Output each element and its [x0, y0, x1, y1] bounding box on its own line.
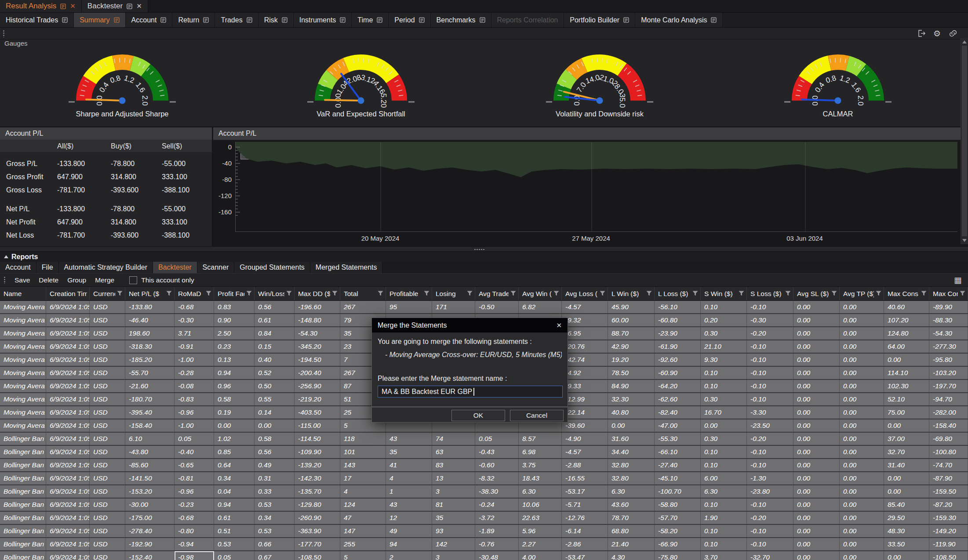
cell[interactable]: -6.95: [562, 327, 608, 340]
filter-icon[interactable]: [958, 290, 965, 298]
cell[interactable]: 0.19: [214, 406, 255, 419]
cell[interactable]: -114.50: [295, 433, 340, 445]
cell[interactable]: -148.80: [295, 314, 340, 326]
cell[interactable]: -100.70: [655, 485, 701, 498]
cell[interactable]: 0.00: [793, 393, 840, 405]
column-header-avg-sl-[interactable]: Avg SL ($): [793, 287, 840, 300]
cell[interactable]: 21.40: [608, 538, 655, 550]
cell[interactable]: 3.71: [175, 327, 214, 340]
cell[interactable]: -0.65: [175, 459, 214, 471]
cell[interactable]: -66.90: [655, 538, 701, 550]
cell[interactable]: 6.30: [608, 485, 655, 498]
cell[interactable]: 35: [432, 512, 475, 524]
cell[interactable]: 0.10: [701, 301, 747, 313]
cell[interactable]: -133.80: [125, 301, 175, 313]
column-header-avg-tp-[interactable]: Avg TP ($): [840, 287, 884, 300]
cell[interactable]: -0.30: [175, 314, 214, 326]
cell[interactable]: -92.60: [655, 354, 701, 366]
cell[interactable]: 0.05: [175, 433, 214, 445]
dialog-titlebar[interactable]: Merge the Statements ✕: [372, 318, 568, 332]
filter-icon[interactable]: [244, 290, 252, 298]
cell[interactable]: 0.00: [840, 380, 884, 392]
scroll-up-arrow[interactable]: [961, 39, 968, 45]
settings-gear-icon[interactable]: ⚙: [933, 29, 941, 38]
cell[interactable]: -0.10: [747, 380, 793, 392]
filter-icon[interactable]: [376, 290, 383, 298]
cell[interactable]: 0.14: [255, 406, 295, 419]
cell[interactable]: USD: [90, 551, 125, 560]
tab-portfolio-builder[interactable]: Portfolio Builder: [564, 13, 635, 27]
cell[interactable]: 0.00: [214, 419, 255, 432]
cell[interactable]: -260.90: [295, 512, 340, 524]
save-button[interactable]: Save: [15, 276, 30, 284]
cell[interactable]: -196.60: [295, 301, 340, 313]
cell[interactable]: -103.20: [929, 367, 968, 379]
cell[interactable]: 0.10: [701, 446, 747, 458]
cell[interactable]: 0.13: [214, 354, 255, 366]
cell[interactable]: -9.33: [562, 380, 608, 392]
cell[interactable]: 0.00: [840, 512, 884, 524]
cell[interactable]: -152.40: [125, 551, 175, 560]
cell[interactable]: 0.00: [840, 340, 884, 353]
cell[interactable]: -53.17: [562, 485, 608, 498]
cell[interactable]: -60.80: [655, 314, 701, 326]
cell[interactable]: -0.10: [747, 446, 793, 458]
table-row[interactable]: Bollinger Ban6/9/2024 1:05USD-152.40-0.9…: [0, 551, 968, 560]
filter-icon[interactable]: [644, 290, 652, 298]
cell[interactable]: 0.00: [793, 380, 840, 392]
cell[interactable]: 0.10: [701, 538, 747, 550]
cell[interactable]: -62.60: [655, 393, 701, 405]
cell[interactable]: 0.56: [255, 446, 295, 458]
tab-instruments[interactable]: Instruments: [294, 13, 352, 27]
cell[interactable]: 0.05: [214, 551, 255, 560]
table-row[interactable]: Bollinger Ban6/9/2024 1:05USD-153.20-0.9…: [0, 485, 968, 499]
scroll-down-arrow[interactable]: [961, 237, 968, 244]
cell[interactable]: -0.91: [175, 340, 214, 353]
cell[interactable]: -0.80: [175, 525, 214, 537]
table-row[interactable]: Bollinger Ban6/9/2024 1:05USD-85.60-0.65…: [0, 459, 968, 472]
cell[interactable]: 0.15: [255, 340, 295, 353]
cell[interactable]: -159.30: [929, 512, 968, 524]
tab-period[interactable]: Period: [389, 13, 430, 27]
cell[interactable]: -57.70: [655, 512, 701, 524]
merge-button[interactable]: Merge: [95, 276, 114, 284]
cell[interactable]: 0.00: [840, 433, 884, 445]
cell[interactable]: Moving Avera: [0, 327, 46, 340]
cell[interactable]: Bollinger Ban: [0, 538, 46, 550]
filter-icon[interactable]: [330, 290, 338, 298]
cell[interactable]: 0.00: [701, 419, 747, 432]
table-row[interactable]: Bollinger Ban6/9/2024 1:05USD-175.00-0.6…: [0, 512, 968, 525]
cell[interactable]: 17: [340, 472, 386, 484]
cell[interactable]: -1.00: [175, 354, 214, 366]
cell[interactable]: USD: [90, 354, 125, 366]
cell[interactable]: 255: [340, 538, 386, 550]
cell[interactable]: 101: [340, 446, 386, 458]
cell[interactable]: -0.96: [175, 406, 214, 419]
cell[interactable]: 0.20: [701, 314, 747, 326]
cell[interactable]: 0.58: [214, 393, 255, 405]
table-row[interactable]: Bollinger Ban6/9/2024 1:05USD-30.00-0.23…: [0, 499, 968, 512]
cell[interactable]: 6/9/2024 1:05: [46, 367, 90, 379]
cell[interactable]: 6/9/2024 1:05: [46, 472, 90, 484]
cell[interactable]: Moving Avera: [0, 419, 46, 432]
cell[interactable]: -89.90: [929, 301, 968, 313]
cell[interactable]: 6/9/2024 1:05: [46, 406, 90, 419]
cell[interactable]: Moving Avera: [0, 301, 46, 313]
cell[interactable]: -46.40: [125, 314, 175, 326]
cell[interactable]: 0.00: [840, 472, 884, 484]
cell[interactable]: -159.50: [929, 485, 968, 498]
cell[interactable]: 0.85: [214, 446, 255, 458]
cell[interactable]: -32.70: [747, 551, 793, 560]
cell[interactable]: -53.47: [562, 551, 608, 560]
column-header-avg-win-[interactable]: Avg Win (: [519, 287, 562, 300]
cell[interactable]: Moving Avera: [0, 406, 46, 419]
cell[interactable]: 0.00: [793, 314, 840, 326]
cell[interactable]: 0.00: [793, 327, 840, 340]
cell[interactable]: USD: [90, 314, 125, 326]
cell[interactable]: -158.40: [125, 419, 175, 432]
cell[interactable]: -395.40: [125, 406, 175, 419]
cell[interactable]: 85.40: [884, 499, 929, 511]
cell[interactable]: -87.20: [929, 499, 968, 511]
column-header-profit-fact[interactable]: Profit Fact: [214, 287, 255, 300]
cell[interactable]: 124: [340, 499, 386, 511]
